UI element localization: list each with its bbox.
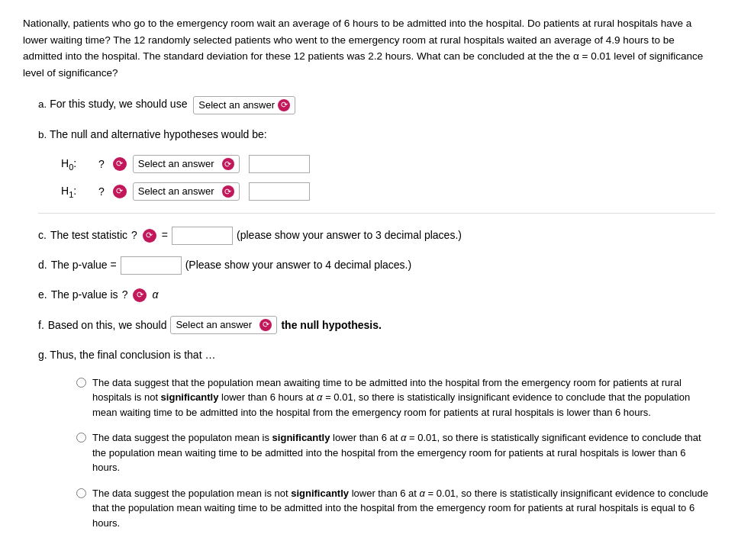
radio-option-3: The data suggest the population mean is … [76,486,715,531]
radio-opt3[interactable] [76,488,86,498]
part-c-text-before: The test statistic [50,226,127,245]
h1-input[interactable] [249,182,310,201]
part-e-circle-btn[interactable]: ⟳ [133,288,147,302]
part-f-select[interactable]: Select an answer [170,316,277,334]
part-g-label: g. [38,349,47,361]
part-c-question-mark: ? [131,226,137,245]
h0-select-icon [222,158,234,170]
part-f-label: f. [38,316,44,335]
h0-label: H0: [61,157,92,172]
question-text: Nationally, patients who go to the emerg… [23,15,715,81]
part-e-text-before: The p-value is [51,285,118,304]
part-e-question-mark: ? [122,285,128,304]
part-c-circle-btn[interactable]: ⟳ [143,229,156,243]
part-a-label: a. [38,98,47,110]
radio-opt2[interactable] [76,433,86,443]
part-e-alpha: α [152,285,158,304]
radio-opt2-label[interactable]: The data suggest the populaton mean is s… [92,430,715,475]
part-f-select-text: Select an answer [176,316,256,333]
part-c-input[interactable] [172,227,233,245]
part-f: f. Based on this, we should Select an an… [38,316,715,335]
radio-opt3-label[interactable]: The data suggest the population mean is … [92,486,715,531]
part-d-input[interactable] [121,256,182,275]
h1-row: H1: ? ⟳ Select an answer [38,182,715,201]
h1-select-text: Select an answer [138,185,219,197]
h0-question-mark: ? [98,158,105,170]
h1-question-mark: ? [98,185,105,198]
h1-circle-btn[interactable]: ⟳ [113,185,127,198]
part-b-label: b. [38,129,47,140]
radio-option-1: The data suggest that the population mea… [76,375,715,420]
part-b-text: The null and alternative hypotheses woul… [50,128,267,140]
h1-select-icon [222,185,234,198]
divider-1 [38,213,715,214]
part-g: g. Thus, the final conclusion is that … [38,346,715,365]
radio-opt1[interactable] [76,378,86,388]
radio-option-2: The data suggest the populaton mean is s… [76,430,715,475]
h0-select-text: Select an answer [138,158,219,169]
part-f-text-after: the null hypothesis. [281,316,381,335]
radio-opt1-label[interactable]: The data suggest that the population mea… [92,375,715,420]
h0-input[interactable] [249,155,310,173]
part-a-select[interactable]: Select an answer [193,96,295,114]
part-a-text-before: For this study, we should use [50,98,187,110]
h0-select[interactable]: Select an answer [133,155,240,173]
part-g-text: Thus, the final conclusion is that … [50,349,215,361]
part-a: a. For this study, we should use Select … [38,95,715,114]
part-f-select-icon [259,319,272,331]
h0-row: H0: ? ⟳ Select an answer [38,155,715,173]
h0-circle-btn[interactable]: ⟳ [113,157,127,171]
part-e-label: e. [38,285,47,304]
part-c-equals: = [162,226,168,245]
h1-select[interactable]: Select an answer [133,182,240,201]
part-b: b. The null and alternative hypotheses w… [38,125,715,144]
part-a-select-text: Select an answer [198,96,275,114]
part-d-label: d. [38,256,47,275]
part-c-label: c. [38,226,47,245]
part-f-text-before: Based on this, we should [48,316,167,335]
h1-label: H1: [61,185,92,199]
part-d: d. The p-value = (Please show your answe… [38,256,715,275]
part-c: c. The test statistic ? ⟳ = (please show… [38,226,715,245]
part-c-text-after: (please show your answer to 3 decimal pl… [237,226,462,245]
part-d-text-after: (Please show your answer to 4 decimal pl… [185,256,411,275]
part-a-select-icon [278,99,290,111]
radio-container: The data suggest that the population mea… [38,375,715,531]
part-e: e. The p-value is ? ⟳ α [38,285,715,304]
part-d-text-before: The p-value = [51,256,117,275]
